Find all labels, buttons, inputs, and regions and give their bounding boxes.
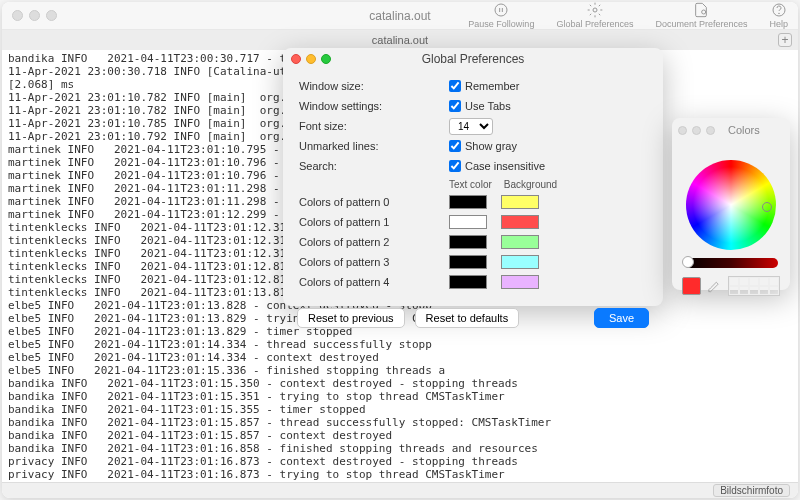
case-insensitive-checkbox[interactable]: Case insensitive <box>449 160 545 172</box>
close-icon[interactable] <box>12 10 23 21</box>
show-gray-checkbox[interactable]: Show gray <box>449 140 517 152</box>
colors-zoom-icon[interactable] <box>706 126 715 135</box>
zoom-icon[interactable] <box>46 10 57 21</box>
pattern-3-bg-swatch[interactable] <box>501 255 539 269</box>
window-title: catalina.out <box>369 9 430 23</box>
reset-to-previous-button[interactable]: Reset to previous <box>297 308 405 328</box>
font-size-select[interactable]: 14 <box>449 118 493 135</box>
svg-point-0 <box>495 4 507 16</box>
color-wheel-marker-icon[interactable] <box>762 202 772 212</box>
pattern-2-label: Colors of pattern 2 <box>299 236 449 248</box>
dialog-title: Global Preferences <box>422 52 525 66</box>
window-settings-label: Window settings: <box>299 100 449 112</box>
svg-point-6 <box>778 13 779 14</box>
pattern-1-bg-swatch[interactable] <box>501 215 539 229</box>
svg-point-4 <box>702 10 706 14</box>
colors-minimize-icon[interactable] <box>692 126 701 135</box>
font-size-label: Font size: <box>299 120 449 132</box>
global-preferences-button[interactable]: Global Preferences <box>556 2 633 29</box>
pattern-2-bg-swatch[interactable] <box>501 235 539 249</box>
dialog-minimize-icon[interactable] <box>306 54 316 64</box>
pattern-0-label: Colors of pattern 0 <box>299 196 449 208</box>
pattern-4-label: Colors of pattern 4 <box>299 276 449 288</box>
colors-panel: Colors <box>672 118 790 290</box>
pattern-3-text-swatch[interactable] <box>449 255 487 269</box>
remember-checkbox[interactable]: Remember <box>449 80 519 92</box>
statusbar: Bildschirmfoto <box>2 482 798 498</box>
pattern-0-text-swatch[interactable] <box>449 195 487 209</box>
status-badge: Bildschirmfoto <box>713 484 790 497</box>
dialog-close-icon[interactable] <box>291 54 301 64</box>
titlebar: catalina.out Pause Following Global Pref… <box>2 2 798 30</box>
background-header: Background <box>504 179 557 190</box>
text-color-header: Text color <box>449 179 492 190</box>
tabbar: catalina.out + <box>2 30 798 50</box>
save-button[interactable]: Save <box>594 308 649 328</box>
current-color-swatch[interactable] <box>682 277 701 295</box>
minimize-icon[interactable] <box>29 10 40 21</box>
pattern-2-text-swatch[interactable] <box>449 235 487 249</box>
dialog-zoom-icon[interactable] <box>321 54 331 64</box>
color-wheel[interactable] <box>686 160 776 250</box>
unmarked-lines-label: Unmarked lines: <box>299 140 449 152</box>
pattern-4-text-swatch[interactable] <box>449 275 487 289</box>
pause-following-button[interactable]: Pause Following <box>468 2 534 29</box>
brightness-slider[interactable] <box>684 258 778 268</box>
add-tab-button[interactable]: + <box>778 33 792 47</box>
document-preferences-button[interactable]: Document Preferences <box>655 2 747 29</box>
eyedropper-icon[interactable] <box>705 278 720 294</box>
color-swatch-grid[interactable] <box>728 276 780 296</box>
pattern-1-label: Colors of pattern 1 <box>299 216 449 228</box>
pattern-0-bg-swatch[interactable] <box>501 195 539 209</box>
pattern-4-bg-swatch[interactable] <box>501 275 539 289</box>
reset-to-defaults-button[interactable]: Reset to defaults <box>415 308 520 328</box>
global-preferences-dialog: Global Preferences Window size:Remember … <box>283 48 663 306</box>
colors-close-icon[interactable] <box>678 126 687 135</box>
svg-point-3 <box>593 8 597 12</box>
colors-title: Colors <box>728 124 760 136</box>
pattern-3-label: Colors of pattern 3 <box>299 256 449 268</box>
pattern-1-text-swatch[interactable] <box>449 215 487 229</box>
search-label: Search: <box>299 160 449 172</box>
help-button[interactable]: Help <box>769 2 788 29</box>
slider-handle-icon[interactable] <box>682 256 694 268</box>
window-size-label: Window size: <box>299 80 449 92</box>
tab[interactable]: catalina.out <box>372 34 428 46</box>
use-tabs-checkbox[interactable]: Use Tabs <box>449 100 511 112</box>
